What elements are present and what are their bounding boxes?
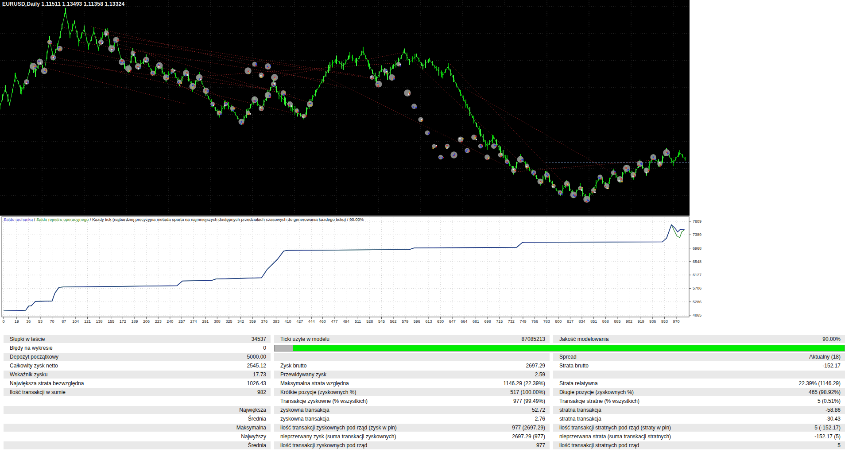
trade-marker [143,57,149,62]
stat-value: 22.39% (1146.29) [721,379,845,387]
svg-text:121: 121 [84,319,91,324]
stat-label: Największa strata bezwzględna [4,379,158,387]
trade-marker [663,149,670,156]
column-gap [271,371,274,379]
trade-marker [597,174,602,179]
svg-text:783: 783 [543,319,550,324]
stat-label: ilość transakcji zyskownych pod rząd (zy… [274,424,430,432]
svg-text:104: 104 [72,319,79,324]
trade-marker [265,92,271,99]
svg-text:6548: 6548 [693,259,701,264]
trade-marker [183,70,189,76]
trade-marker [196,74,203,81]
trade-marker [244,67,251,74]
svg-text:359: 359 [249,319,256,324]
stat-value: -152.17 (5) [721,433,845,441]
stat-label [4,397,158,405]
svg-text:902: 902 [626,319,632,324]
balance-series-label: Saldo rachunku [4,217,33,222]
stat-value: 52.72 [430,406,550,414]
column-gap [271,397,274,405]
svg-text:6968: 6968 [693,246,701,251]
stat-label: Krótkie pozycje (zyskownych %) [274,388,430,396]
svg-text:138: 138 [96,319,103,324]
report-table: Słupki w teście34537Ticki użyte w modelu… [4,335,845,450]
svg-text:562: 562 [390,319,397,324]
stat-value: 982 [158,388,271,396]
stat-value: 1026.43 [158,379,271,387]
trade-marker [389,74,395,81]
price-chart[interactable]: EURUSD,Daily 1.11511 1.13493 1.11358 1.1… [0,0,690,216]
svg-text:87: 87 [62,319,66,324]
svg-text:545: 545 [378,319,385,324]
balance-chart[interactable]: 0193653708710412113815517218920622324025… [0,216,868,334]
stat-label: zyskowna transakcja [274,415,430,423]
stat-value: -30.43 [721,415,845,423]
table-row: Największazyskowna transakcja52.72stratn… [4,406,845,414]
trade-marker [24,79,29,85]
column-gap [550,415,553,423]
stat-label: Przewidywany zysk [274,371,430,379]
table-row: Słupki w teście34537Ticki użyte w modelu… [4,335,845,343]
stat-label: zyskowna transakcja [274,406,430,414]
trade-marker [517,156,524,163]
svg-text:681: 681 [473,319,479,324]
column-gap [550,362,553,370]
trade-marker [375,81,382,87]
svg-text:70: 70 [50,319,54,324]
svg-text:460: 460 [319,319,326,324]
trade-marker [404,89,411,96]
stat-label: Transakcje stratne (% wszystkich) [553,397,721,405]
svg-text:664: 664 [461,319,467,324]
trade-marker [631,172,636,178]
svg-text:0: 0 [2,319,4,324]
stat-value: 1146.29 (22.39%) [430,379,550,387]
stat-label: Ilość transakcji w sumie [4,388,158,396]
price-chart-canvas[interactable] [0,0,690,216]
svg-text:4865: 4865 [693,313,701,317]
trade-marker [498,153,503,158]
svg-text:698: 698 [484,319,491,324]
svg-text:936: 936 [649,319,656,324]
stat-label: ilość transakcji stratnych pod rząd [553,441,721,449]
svg-text:325: 325 [225,319,232,324]
stat-label: Transakcje zyskowne (% wszystkich) [274,397,430,405]
stat-value: 977 [430,441,550,449]
trade-marker [570,192,577,198]
trade-marker [538,179,543,185]
svg-text:206: 206 [143,319,150,324]
stat-label: nieprzerwany zysk (suma transkacji zysko… [274,433,430,441]
column-gap [550,379,553,387]
trade-marker [583,196,590,203]
trade-marker [271,81,276,87]
balance-chart-canvas[interactable]: 0193653708710412113815517218920622324025… [0,216,868,334]
svg-text:749: 749 [519,319,526,324]
svg-text:970: 970 [673,319,680,324]
stat-label [4,441,158,449]
stat-value: 87085213 [430,335,550,343]
trade-marker [57,46,62,51]
stat-label [4,433,158,441]
svg-text:155: 155 [108,319,114,324]
modeling-quality-bar [274,344,845,352]
trade-marker [217,111,222,116]
trade-marker [617,176,623,182]
svg-text:444: 444 [308,319,315,324]
svg-text:36: 36 [26,319,31,324]
column-gap [550,397,553,405]
trade-marker [37,59,43,66]
svg-text:919: 919 [638,319,644,324]
stat-value: 2697.29 [430,362,550,370]
trade-marker [203,88,209,94]
stat-value: 517 (100.00%) [430,388,550,396]
column-gap [550,388,553,396]
table-row: Średniailość transakcji zyskownych pod r… [4,441,845,449]
column-gap [550,441,553,449]
svg-text:579: 579 [402,319,408,324]
column-gap [550,353,553,361]
stat-value [158,397,271,405]
svg-text:613: 613 [425,319,432,324]
legend-separator: / [89,217,92,222]
trade-marker [259,106,264,111]
svg-text:715: 715 [496,319,503,324]
